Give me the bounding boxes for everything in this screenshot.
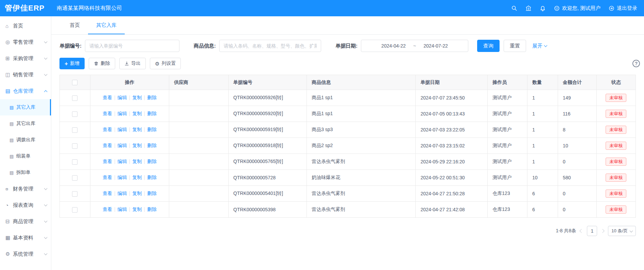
cell-operations: 查看|编辑|复制|删除 [90, 154, 169, 170]
bell-icon[interactable] [540, 5, 546, 11]
delete-link[interactable]: 删除 [147, 175, 157, 180]
prev-page-icon[interactable] [580, 229, 584, 233]
edit-link[interactable]: 编辑 [118, 175, 127, 180]
row-checkbox[interactable] [72, 207, 77, 213]
row-checkbox[interactable] [72, 127, 77, 133]
sidebar-subitem-transfer-outbound[interactable]: ▤ 调拨出库 [0, 132, 51, 148]
view-link[interactable]: 查看 [103, 191, 112, 196]
retail-icon: ◎ [5, 39, 13, 45]
cell-operator: 测试用户 [488, 122, 527, 138]
sidebar-subitem-label: 组装单 [16, 153, 31, 159]
sidebar-item-home[interactable]: ⌂ 首页 [0, 18, 51, 34]
page-size-select[interactable]: 10 条/页 [608, 226, 636, 236]
view-link[interactable]: 查看 [103, 111, 112, 116]
copy-link[interactable]: 复制 [132, 175, 142, 180]
chevron-down-icon [44, 203, 48, 206]
delete-button[interactable]: 删除 [89, 58, 115, 69]
delete-link[interactable]: 删除 [147, 95, 157, 100]
sidebar-item-finance[interactable]: ¤ 财务管理 [0, 181, 51, 197]
sidebar-item-reports[interactable]: ◔ 报表查询 [0, 197, 51, 213]
sidebar-item-products[interactable]: ⊟ 商品管理 [0, 213, 51, 230]
row-checkbox[interactable] [72, 159, 77, 165]
product-info-input[interactable] [219, 40, 321, 52]
page-number[interactable]: 1 [587, 226, 597, 236]
delete-link[interactable]: 删除 [147, 206, 157, 212]
column-settings-button[interactable]: ⚙ 列设置 [150, 58, 181, 69]
sidebar-subitem-other-inbound[interactable]: ▤ 其它入库 [0, 99, 51, 115]
link-separator: | [114, 191, 116, 196]
row-checkbox[interactable] [72, 191, 77, 197]
view-link[interactable]: 查看 [103, 175, 112, 180]
sidebar-item-sales[interactable]: ◫ 销售管理 [0, 67, 51, 83]
export-button[interactable]: 导出 [119, 58, 146, 69]
copy-link[interactable]: 复制 [132, 95, 142, 100]
sidebar-subitem-disassembly-order[interactable]: ▤ 拆卸单 [0, 164, 51, 181]
sidebar-subitem-other-outbound[interactable]: ▤ 其它出库 [0, 115, 51, 132]
copy-link[interactable]: 复制 [132, 191, 142, 196]
edit-link[interactable]: 编辑 [118, 95, 127, 100]
add-button[interactable]: + 新增 [59, 58, 85, 69]
logout-button[interactable]: 退出登录 [609, 5, 637, 12]
status-badge: 未审核 [606, 205, 626, 214]
view-link[interactable]: 查看 [103, 206, 112, 212]
tab-other-inbound[interactable]: 其它入库 [88, 16, 125, 34]
date-range-picker[interactable]: ~ [361, 40, 468, 52]
row-checkbox[interactable] [72, 111, 77, 117]
sidebar-item-basic-data[interactable]: ▦ 基本资料 [0, 230, 51, 246]
delete-link[interactable]: 删除 [147, 111, 157, 116]
cell-date: 2024-04-27 21:50:28 [416, 186, 488, 202]
date-to-input[interactable] [417, 43, 454, 49]
sidebar-subitem-assembly-order[interactable]: ▤ 组装单 [0, 148, 51, 164]
copy-link[interactable]: 复制 [132, 111, 142, 116]
pagination: 1-8 共8条 1 10 条/页 [59, 226, 636, 236]
reset-button[interactable]: 重置 [504, 40, 526, 52]
cell-supplier [169, 202, 229, 218]
search-button[interactable]: 查询 [477, 40, 500, 52]
tab-home[interactable]: 首页 [62, 16, 88, 34]
delete-link[interactable]: 删除 [147, 127, 157, 132]
doc-no-input[interactable] [85, 40, 179, 52]
search-icon[interactable] [511, 5, 517, 11]
date-from-input[interactable] [375, 43, 412, 49]
link-separator: | [114, 159, 116, 164]
copy-link[interactable]: 复制 [132, 127, 142, 132]
copy-link[interactable]: 复制 [132, 206, 142, 212]
col-header-supplier: 供应商 [169, 75, 229, 90]
view-link[interactable]: 查看 [103, 127, 112, 132]
cell-status: 未审核 [596, 202, 636, 218]
sidebar-item-retail[interactable]: ◎ 零售管理 [0, 34, 51, 50]
copy-link[interactable]: 复制 [132, 143, 142, 148]
edit-link[interactable]: 编辑 [118, 206, 127, 212]
delete-link[interactable]: 删除 [147, 191, 157, 196]
user-welcome[interactable]: 欢迎您, 测试用户 [554, 5, 601, 12]
app-logo: 管伊佳ERP [0, 3, 51, 13]
view-link[interactable]: 查看 [103, 95, 112, 100]
sidebar-item-warehouse[interactable]: ▤ 仓库管理 [0, 83, 51, 99]
edit-link[interactable]: 编辑 [118, 159, 127, 164]
edit-link[interactable]: 编辑 [118, 143, 127, 148]
doc-icon: ▤ [10, 154, 16, 159]
cell-qty: 6 [527, 202, 558, 218]
row-checkbox[interactable] [72, 175, 77, 181]
view-link[interactable]: 查看 [103, 143, 112, 148]
edit-link[interactable]: 编辑 [118, 111, 127, 116]
help-icon[interactable]: ? [632, 60, 640, 67]
view-link[interactable]: 查看 [103, 159, 112, 164]
next-page-icon[interactable] [601, 229, 605, 233]
cell-date: 2024-07-03 23:15:02 [416, 138, 488, 154]
delete-link[interactable]: 删除 [147, 143, 157, 148]
edit-link[interactable]: 编辑 [118, 191, 127, 196]
expand-filters-link[interactable]: 展开 [532, 43, 547, 49]
col-header-operator: 操作员 [488, 75, 527, 90]
bank-icon[interactable] [525, 5, 532, 11]
row-checkbox[interactable] [72, 143, 77, 149]
copy-link[interactable]: 复制 [132, 159, 142, 164]
select-all-checkbox[interactable] [72, 80, 77, 85]
row-checkbox[interactable] [72, 95, 77, 101]
cell-doc-no: QTRK00000005918[转] [228, 138, 307, 154]
delete-link[interactable]: 删除 [147, 159, 157, 164]
cell-status: 未审核 [596, 106, 636, 122]
edit-link[interactable]: 编辑 [118, 127, 127, 132]
sidebar-item-purchase[interactable]: ⊞ 采购管理 [0, 50, 51, 67]
sidebar-item-system[interactable]: ⚙ 系统管理 [0, 246, 51, 262]
